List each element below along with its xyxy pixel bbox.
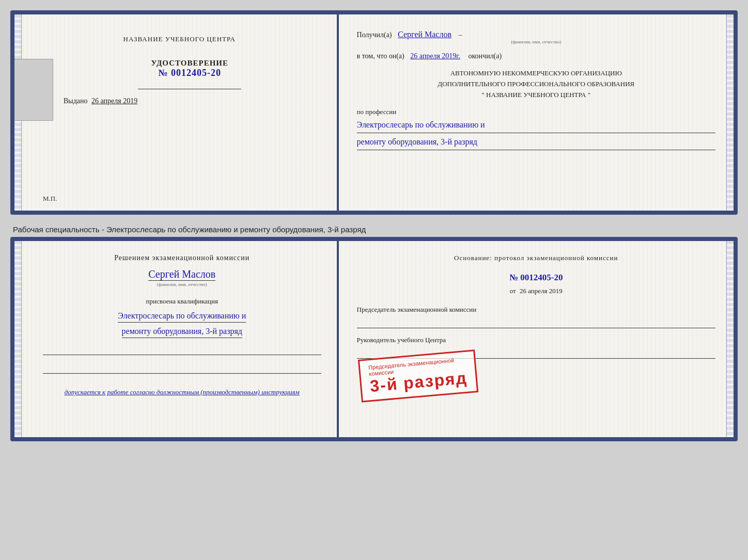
top-document: НАЗВАНИЕ УЧЕБНОГО ЦЕНТРА УДОСТОВЕРЕНИЕ №… [10,10,738,215]
prisvoena-label: присвоена квалификация [146,297,218,306]
okonchil-label: окончил(а) [469,52,502,60]
bottom-right-panel: Основание: протокол экзаменационной коми… [339,241,734,437]
vtom-row: в том, что он(а) 26 апреля 2019г. окончи… [357,52,715,60]
bottom-document: Решением экзаменационной комиссии Сергей… [10,237,738,441]
sig-line-2 [43,363,321,374]
udost-number: № 0012405-20 [64,68,316,78]
poluchil-row: Получил(а) Сергей Маслов – (фамилия, имя… [357,30,715,44]
udost-title: УДОСТОВЕРЕНИЕ [64,59,316,68]
fio-label-top: (фамилия, имя, отчество) [357,39,715,44]
ot-date: от 26 апреля 2019 [357,287,715,295]
bottom-fio-label: (фамилия, имя, отчество) [157,282,207,287]
top-right-panel: Получил(а) Сергей Маслов – (фамилия, имя… [339,14,734,211]
resheniem-label: Решением экзаменационной комиссии [114,254,250,262]
top-left-panel: НАЗВАНИЕ УЧЕБНОГО ЦЕНТРА УДОСТОВЕРЕНИЕ №… [14,14,338,211]
protokol-number: № 0012405-20 [357,273,715,283]
rukovoditel-label: Руководитель учебного Центра [357,336,715,344]
bottom-left-panel: Решением экзаменационной комиссии Сергей… [14,241,338,437]
bottom-person-name: Сергей Маслов [148,268,215,281]
sig-line-1 [43,345,321,355]
autonomnaya-block: АВТОНОМНУЮ НЕКОММЕРЧЕСКУЮ ОРГАНИЗАЦИЮ ДО… [357,68,715,100]
auto-line3: " НАЗВАНИЕ УЧЕБНОГО ЦЕНТРА " [357,90,715,101]
osnovanie-label: Основание: протокол экзаменационной коми… [357,254,715,262]
udost-section: УДОСТОВЕРЕНИЕ № 0012405-20 [64,59,316,78]
right-binding-top [726,14,734,211]
vydano-row: Выдано 26 апреля 2019 [64,97,316,105]
profession-line2: ремонту оборудования, 3-й разряд [357,136,715,150]
auto-line2: ДОПОЛНИТЕЛЬНОГО ПРОФЕССИОНАЛЬНОГО ОБРАЗО… [357,79,715,90]
poluchil-label: Получил(а) [357,31,392,39]
predsedatel-sig [357,318,715,328]
vydano-date: 26 апреля 2019 [91,97,137,105]
photo-placeholder [10,59,53,121]
auto-line1: АВТОНОМНУЮ НЕКОММЕРЧЕСКУЮ ОРГАНИЗАЦИЮ [357,68,715,79]
divider-1 [138,89,241,89]
org-name-top: НАЗВАНИЕ УЧЕБНОГО ЦЕНТРА [123,35,236,43]
right-binding-bottom [726,241,734,437]
mp-label: М.П. [43,195,57,203]
dopuskaetsya-block: допускается к работе согласно должностны… [65,388,300,396]
kvalif-line1: Электрослесарь по обслуживанию и [118,310,246,323]
kvalif-line2: ремонту оборудования, 3-й разряд [122,325,242,338]
vtom-label: в том, что он(а) [357,52,404,60]
vtom-date: 26 апреля 2019г. [410,52,460,60]
profession-line1: Электрослесарь по обслуживанию и [357,119,715,133]
poluchil-name: Сергей Маслов [398,30,451,39]
dopuskaetsya-label: допускается к [65,388,106,396]
caption-between: Рабочая специальность - Электрослесарь п… [10,221,738,237]
dopuskaetsya-text: работе согласно должностным (производств… [107,388,299,396]
vydano-label: Выдано [64,97,88,105]
po-professii-label: по профессии [357,108,715,116]
predsedatel-label: Председатель экзаменационной комиссии [357,306,715,314]
